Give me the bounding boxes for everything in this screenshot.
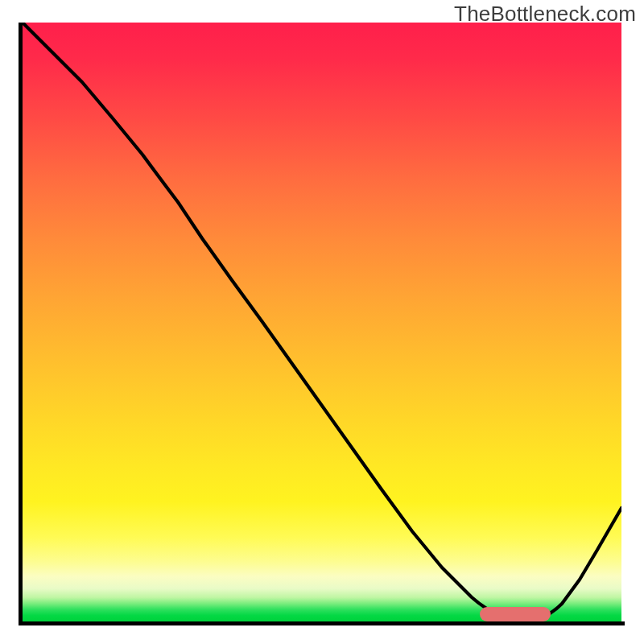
chart-container: TheBottleneck.com (0, 0, 644, 644)
y-axis-line (19, 23, 23, 625)
watermark-text: TheBottleneck.com (454, 2, 636, 27)
optimal-range-marker (480, 607, 551, 621)
x-axis-line (19, 621, 625, 625)
curve-path (23, 23, 621, 621)
bottleneck-curve (23, 23, 621, 621)
